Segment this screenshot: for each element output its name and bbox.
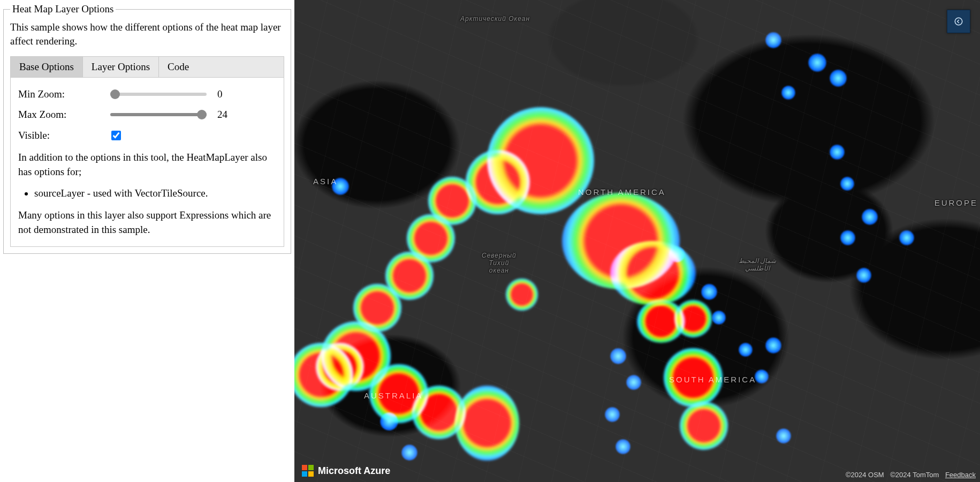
tab-layer-options[interactable]: Layer Options [83, 57, 159, 77]
base-options-tab-content: Min Zoom: 0 Max Zoom: 24 [11, 78, 284, 246]
azure-logo-text: Microsoft Azure [318, 465, 390, 477]
tab-bar: Base Options Layer Options Code [11, 57, 284, 78]
tab-base-options[interactable]: Base Options [11, 57, 83, 77]
notes-line2: Many options in this layer also support … [18, 208, 276, 237]
row-max-zoom: Max Zoom: 24 [18, 109, 276, 120]
notes-line1: In addition to the options in this tool,… [18, 150, 276, 179]
attrib-tomtom: ©2024 TomTom [890, 471, 939, 479]
tabs-container: Base Options Layer Options Code Min Zoom… [10, 56, 284, 247]
visible-checkbox[interactable] [111, 131, 121, 140]
panel-intro: This sample shows how the different opti… [10, 20, 284, 48]
map-attribution: ©2024 OSM ©2024 TomTom Feedback [841, 471, 976, 479]
map-basemap [294, 0, 980, 482]
notes-block: In addition to the options in this tool,… [18, 150, 276, 237]
max-zoom-label: Max Zoom: [18, 109, 109, 120]
microsoft-logo-icon [302, 465, 314, 477]
options-panel: Heat Map Layer Options This sample shows… [0, 0, 294, 482]
min-zoom-label: Min Zoom: [18, 88, 109, 100]
panel-legend: Heat Map Layer Options [10, 3, 116, 15]
attrib-osm: ©2024 OSM [846, 471, 884, 479]
microsoft-azure-logo: Microsoft Azure [302, 465, 390, 477]
max-zoom-slider[interactable] [110, 113, 207, 116]
options-fieldset: Heat Map Layer Options This sample shows… [3, 3, 291, 254]
notes-bullet-0: sourceLayer - used with VectorTileSource… [34, 186, 276, 201]
tab-code[interactable]: Code [159, 57, 197, 77]
visible-label: Visible: [18, 130, 109, 141]
svg-point-0 [955, 18, 962, 25]
chevron-left-icon [954, 17, 963, 26]
map-style-picker-button[interactable] [947, 10, 970, 33]
row-visible: Visible: [18, 129, 276, 142]
min-zoom-value: 0 [217, 88, 223, 100]
map-canvas[interactable]: Арктический Океан ASIA NORTH AMERICA Сев… [294, 0, 980, 482]
feedback-link[interactable]: Feedback [945, 471, 976, 479]
row-min-zoom: Min Zoom: 0 [18, 88, 276, 100]
min-zoom-slider[interactable] [110, 93, 207, 96]
max-zoom-value: 24 [217, 109, 227, 120]
